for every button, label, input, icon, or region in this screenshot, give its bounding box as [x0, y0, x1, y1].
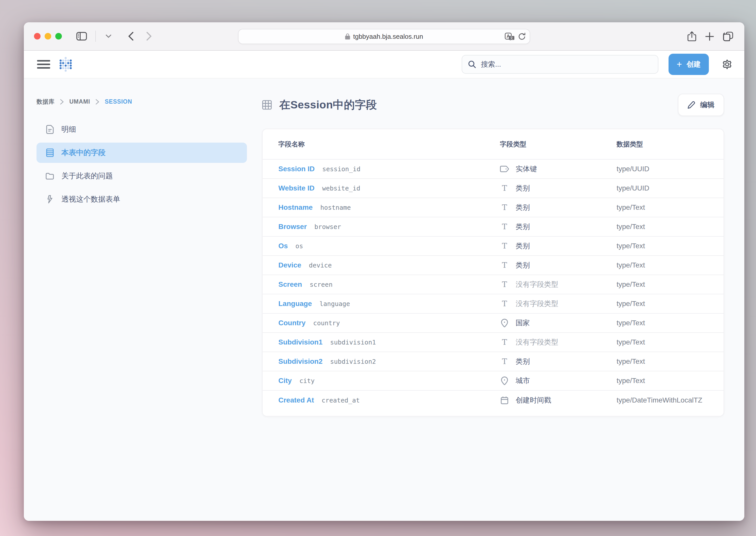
field-name-link[interactable]: Os: [278, 242, 288, 250]
data-type-value: type/Text: [617, 203, 711, 212]
logo-dot: [67, 62, 69, 64]
field-code: session_id: [322, 165, 361, 173]
breadcrumb-item[interactable]: 数据库: [37, 98, 54, 106]
field-name-link[interactable]: Screen: [278, 281, 302, 288]
logo-dot: [70, 67, 72, 69]
forward-button[interactable]: [141, 29, 157, 44]
logo-dot: [67, 65, 69, 67]
browser-toolbar: tgbbyaah.bja.sealos.run A 文: [24, 22, 744, 50]
breadcrumb-chevron-icon: [60, 99, 64, 105]
sidebar-item-0[interactable]: 明细: [37, 119, 247, 140]
field-name-link[interactable]: Device: [278, 261, 301, 269]
back-button[interactable]: [123, 29, 138, 44]
logo-dot: [65, 57, 67, 59]
close-window-button[interactable]: [34, 33, 41, 40]
translate-icon[interactable]: A 文: [505, 33, 514, 40]
column-header-field-type: 字段类型: [500, 140, 617, 149]
field-type-label: 类别: [516, 241, 530, 251]
sidebar-item-3[interactable]: 透视这个数据表单: [37, 189, 247, 210]
logo-dot: [70, 59, 72, 61]
breadcrumb-item[interactable]: SESSION: [105, 98, 132, 105]
field-code: city: [300, 377, 315, 385]
logo-dot: [62, 57, 64, 59]
zoom-window-button[interactable]: [55, 33, 62, 40]
sidebar-item-1[interactable]: 本表中的字段: [37, 143, 247, 163]
field-type-label: 类别: [516, 203, 530, 212]
field-code: subdivision1: [330, 339, 376, 346]
reload-icon[interactable]: [519, 33, 525, 40]
location-icon: [500, 376, 509, 385]
calendar-icon: [500, 396, 509, 404]
text-icon: T: [500, 281, 509, 288]
column-header-data-type: 数据类型: [617, 140, 711, 149]
field-code: screen: [309, 281, 332, 288]
new-tab-icon[interactable]: [705, 32, 714, 41]
tab-overview-icon[interactable]: [723, 32, 733, 41]
field-code: subdivision2: [330, 358, 376, 365]
field-name-link[interactable]: Session ID: [278, 165, 315, 173]
data-type-value: type/Text: [617, 300, 711, 308]
metabase-logo[interactable]: [59, 57, 72, 72]
sidebar-chevron-down-icon[interactable]: [101, 29, 116, 44]
field-name-link[interactable]: Hostname: [278, 203, 312, 212]
field-type-label: 没有字段类型: [516, 299, 558, 309]
location-icon: [500, 318, 509, 327]
table-row: Subdivision1 subdivision1 T 没有字段类型 type/…: [263, 333, 724, 352]
sidebar-item-label: 透视这个数据表单: [61, 194, 120, 204]
search-input[interactable]: 搜索...: [462, 55, 658, 74]
data-type-value: type/UUID: [617, 184, 711, 192]
page-title: 在Session中的字段: [279, 97, 377, 112]
logo-dot: [62, 70, 64, 72]
breadcrumb-chevron-icon: [95, 99, 99, 105]
menu-icon[interactable]: [37, 58, 50, 71]
logo-dot: [67, 70, 69, 72]
logo-dot: [70, 70, 72, 72]
logo-dot: [59, 65, 62, 67]
browser-window: tgbbyaah.bja.sealos.run A 文: [24, 22, 744, 521]
data-type-value: type/Text: [617, 319, 711, 327]
table-row: Browser browser T 类别 type/Text: [263, 218, 724, 237]
sidebar-item-2[interactable]: 关于此表的问题: [37, 166, 247, 186]
settings-gear-icon[interactable]: [722, 59, 732, 69]
field-name-link[interactable]: Created At: [278, 396, 314, 404]
table-row: Website ID website_id T 类别 type/UUID: [263, 179, 724, 198]
desktop-background: tgbbyaah.bja.sealos.run A 文: [0, 0, 756, 536]
field-name-link[interactable]: Website ID: [278, 184, 315, 192]
field-name-link[interactable]: Country: [278, 319, 306, 327]
table-row: City city 城市 type/Text: [263, 371, 724, 390]
field-name-link[interactable]: Subdivision2: [278, 357, 322, 365]
text-icon: T: [500, 242, 509, 250]
share-icon[interactable]: [688, 31, 696, 42]
logo-dot: [67, 57, 69, 59]
url-text: tgbbyaah.bja.sealos.run: [353, 33, 423, 41]
table-row: Device device T 类别 type/Text: [263, 256, 724, 275]
field-name-link[interactable]: Browser: [278, 223, 307, 231]
table-row: Subdivision2 subdivision2 T 类别 type/Text: [263, 352, 724, 371]
field-type-label: 创建时间戳: [516, 395, 551, 405]
table-icon: [262, 100, 272, 110]
edit-button[interactable]: 编辑: [678, 94, 724, 116]
address-bar[interactable]: tgbbyaah.bja.sealos.run A 文: [238, 29, 530, 44]
table-row: Screen screen T 没有字段类型 type/Text: [263, 275, 724, 294]
data-type-value: type/Text: [617, 242, 711, 250]
field-name-link[interactable]: Subdivision1: [278, 338, 322, 346]
search-placeholder: 搜索...: [481, 59, 501, 69]
breadcrumb: 数据库UMAMISESSION: [37, 98, 262, 106]
field-type-label: 类别: [516, 260, 530, 270]
pencil-icon: [688, 101, 695, 109]
main-content: 在Session中的字段 编辑 字段名称 字段类型: [262, 79, 744, 520]
field-name-link[interactable]: Language: [278, 300, 312, 308]
breadcrumb-item[interactable]: UMAMI: [69, 98, 90, 105]
toolbar-divider: [95, 31, 96, 42]
sidebar-toggle-icon[interactable]: [74, 29, 89, 44]
logo-dot: [65, 70, 67, 72]
logo-dot: [62, 65, 64, 67]
field-name-link[interactable]: City: [278, 377, 292, 385]
text-icon: T: [500, 223, 509, 230]
logo-dot: [70, 65, 72, 67]
table-row: Os os T 类别 type/Text: [263, 237, 724, 256]
create-button[interactable]: + 创建: [668, 54, 709, 75]
sidebar: 数据库UMAMISESSION 明细 本表中的字段 关于此表的问题 透视这个数据…: [24, 79, 262, 520]
field-code: country: [313, 319, 340, 327]
minimize-window-button[interactable]: [45, 33, 51, 40]
